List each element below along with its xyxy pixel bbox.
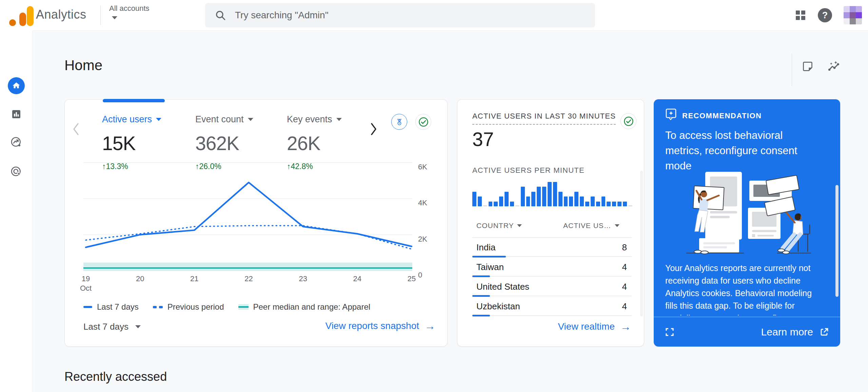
svg-text:6K: 6K bbox=[418, 163, 427, 171]
legend-item-previous-period: Previous period bbox=[153, 302, 224, 312]
metric-value: 15K bbox=[102, 132, 161, 154]
active-users-count: 37 bbox=[472, 128, 494, 150]
recommendation-eyebrow: RECOMMENDATION bbox=[682, 111, 762, 120]
view-reports-snapshot-link[interactable]: View reports snapshot → bbox=[325, 321, 435, 331]
minute-bar bbox=[521, 187, 525, 206]
minute-bar bbox=[478, 197, 482, 206]
legend-item-last-7-days: Last 7 days bbox=[83, 302, 139, 312]
svg-text:Oct: Oct bbox=[80, 284, 92, 292]
active-users-column-header[interactable]: ACTIVE US… bbox=[563, 222, 619, 230]
svg-text:22: 22 bbox=[244, 274, 253, 283]
svg-text:23: 23 bbox=[299, 274, 307, 283]
minute-bar bbox=[542, 187, 546, 206]
row-divider bbox=[472, 296, 632, 296]
country-row: India8 bbox=[472, 238, 632, 257]
active-users-per-minute-chart bbox=[472, 179, 632, 206]
learn-more-link[interactable]: Learn more bbox=[761, 326, 829, 338]
row-divider bbox=[472, 315, 632, 316]
metrics-prev-button[interactable] bbox=[72, 122, 80, 137]
minute-bar bbox=[510, 202, 514, 206]
legend-item-peer-median: Peer median and range: Apparel bbox=[238, 302, 371, 312]
avatar[interactable] bbox=[844, 6, 862, 24]
minute-bar bbox=[558, 192, 563, 206]
overview-card: Active users 15K ↑13.3% Event count 362K… bbox=[64, 99, 448, 347]
minute-bar bbox=[612, 202, 616, 206]
note-icon[interactable] bbox=[802, 61, 813, 72]
sidebar-item-reports[interactable] bbox=[8, 106, 25, 123]
minute-bar bbox=[569, 197, 573, 206]
metric-value: 26K bbox=[287, 132, 342, 154]
explore-icon bbox=[11, 137, 22, 148]
sidebar-item-home[interactable] bbox=[8, 77, 25, 94]
page-title: Home bbox=[64, 57, 102, 74]
country-column-header[interactable]: COUNTRY bbox=[476, 222, 522, 230]
header-divider bbox=[792, 54, 792, 86]
consent-illustration bbox=[665, 168, 821, 261]
scrollbar[interactable] bbox=[835, 185, 839, 297]
svg-text:4K: 4K bbox=[418, 199, 427, 207]
minute-bar bbox=[483, 205, 487, 206]
scrollbar[interactable] bbox=[640, 171, 643, 316]
metric-label: Active users bbox=[102, 114, 152, 125]
insights-icon[interactable] bbox=[828, 61, 841, 72]
country-users: 4 bbox=[622, 282, 627, 292]
grid-apps-icon[interactable] bbox=[795, 9, 806, 21]
open-in-new-icon bbox=[819, 327, 829, 337]
advertising-icon bbox=[11, 166, 22, 178]
sidebar-item-explore[interactable] bbox=[8, 134, 25, 151]
recommendation-icon bbox=[665, 107, 678, 122]
search-input[interactable] bbox=[235, 10, 586, 21]
svg-text:19: 19 bbox=[82, 274, 90, 283]
recommendation-title: To access lost behavioral metrics, recon… bbox=[665, 128, 818, 173]
sidebar-item-advertising[interactable] bbox=[8, 163, 25, 180]
per-minute-label: ACTIVE USERS PER MINUTE bbox=[472, 166, 585, 175]
realtime-title: ACTIVE USERS IN LAST 30 MINUTES bbox=[472, 112, 616, 125]
recommendation-body: Your Analytics reports are currently not… bbox=[665, 262, 818, 315]
minute-bar bbox=[596, 202, 600, 206]
chevron-down-icon bbox=[336, 118, 342, 121]
main-content: Home Active users 15K bbox=[33, 30, 868, 392]
country-users: 8 bbox=[622, 242, 627, 253]
account-switcher[interactable]: All accounts bbox=[109, 4, 150, 19]
svg-text:2K: 2K bbox=[418, 235, 427, 243]
data-quality-check-icon[interactable] bbox=[415, 114, 431, 130]
help-icon[interactable]: ? bbox=[818, 8, 832, 22]
minute-bar bbox=[617, 202, 622, 206]
country-table: COUNTRY ACTIVE US… India8Taiwan4United S… bbox=[472, 219, 632, 316]
view-realtime-link[interactable]: View realtime → bbox=[558, 321, 631, 332]
minute-bar bbox=[537, 187, 541, 206]
minute-bar bbox=[574, 192, 578, 206]
recommendation-footer: Learn more bbox=[654, 317, 840, 347]
chevron-down-icon bbox=[248, 118, 253, 121]
minute-bar bbox=[494, 202, 498, 206]
minute-bar bbox=[499, 197, 503, 206]
search-icon bbox=[215, 9, 226, 21]
search-bar[interactable] bbox=[205, 3, 595, 27]
data-quality-check-icon[interactable] bbox=[620, 113, 636, 129]
country-row: Uzbekistan4 bbox=[472, 297, 632, 316]
active-users-line-chart: 02K4K6K19202122232425Oct bbox=[65, 157, 448, 303]
chevron-down-icon bbox=[156, 118, 161, 121]
app-title: Analytics bbox=[36, 7, 86, 22]
minute-bar bbox=[591, 197, 595, 206]
svg-text:20: 20 bbox=[136, 274, 144, 283]
country-table-header: COUNTRY ACTIVE US… bbox=[472, 219, 632, 238]
country-name: Uzbekistan bbox=[476, 301, 520, 312]
minute-bar bbox=[585, 202, 589, 206]
country-name: Taiwan bbox=[476, 262, 504, 272]
minute-bar bbox=[515, 205, 519, 206]
recommendation-card: RECOMMENDATION To access lost behavioral… bbox=[654, 99, 840, 347]
sidebar bbox=[0, 30, 33, 392]
expand-icon[interactable] bbox=[665, 327, 675, 337]
metric-label: Event count bbox=[195, 114, 244, 125]
benchmark-medal-icon[interactable] bbox=[391, 114, 407, 130]
minute-bar bbox=[526, 197, 530, 206]
minute-bar bbox=[548, 182, 552, 206]
home-icon bbox=[8, 77, 25, 94]
date-range-picker[interactable]: Last 7 days bbox=[83, 322, 141, 332]
solid-line-swatch bbox=[83, 306, 92, 308]
reports-icon bbox=[11, 109, 22, 120]
realtime-card: ACTIVE USERS IN LAST 30 MINUTES 37 ACTIV… bbox=[457, 99, 644, 347]
arrow-right-icon: → bbox=[620, 321, 631, 332]
metrics-next-button[interactable] bbox=[369, 122, 378, 137]
